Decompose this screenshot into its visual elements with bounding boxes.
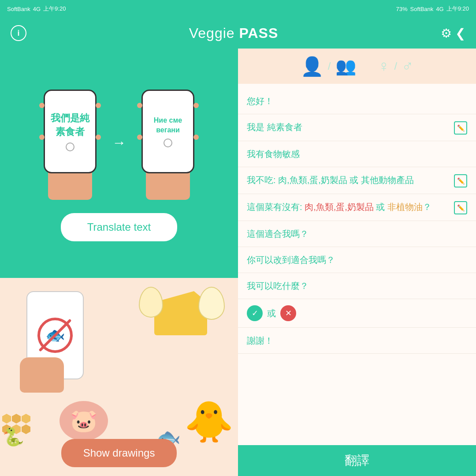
phone-ru-text: Ние сме вегани [147,116,189,135]
male-icon: ♂ [402,57,413,75]
phrase-text-8: 我可以吃什麼？ [247,279,467,292]
phrase-text-1: 您好！ [247,94,467,108]
translate-section: 我們是純素食者 → [0,49,238,278]
show-drawings-button[interactable]: Show drawings [61,439,177,467]
status-left: SoftBank 4G 上午9:20 [7,5,66,13]
header-icons: ⚙ ❮ [441,26,465,41]
status-bar: SoftBank 4G 上午9:20 73% SoftBank 4G 上午9:2… [0,0,476,18]
phrase-item-3[interactable]: 我有食物敏感 [238,141,476,167]
no-badge[interactable]: ✕ [280,305,296,321]
dot-bl2 [137,135,142,140]
dot-tr2 [193,103,199,108]
phones-illustration: 我們是純素食者 → [39,85,199,200]
phrase-text-5: 這個菜有沒有: 肉,魚類,蛋,奶製品 或 非植物油？ [247,200,450,214]
chicken-icon: 🐥 [184,399,234,445]
snake-icon: 🐍 [2,427,24,447]
main-content: 我們是純素食者 → [0,49,476,476]
back-icon[interactable]: ❮ [455,26,465,41]
phrase-text-7: 你可以改到適合我嗎？ [247,253,467,266]
no-fish-line [39,319,72,352]
phone-cn-home [66,142,74,151]
phrase-item-5[interactable]: 這個菜有沒有: 肉,魚類,蛋,奶製品 或 非植物油？ [238,194,476,221]
phrase-text-9: 謝謝！ [247,334,467,347]
phone-ru-home [164,139,172,147]
battery-right: 73% [396,6,408,12]
dot-br [96,135,101,140]
or-label: 或 [267,307,276,319]
drawings-section: 🐟 [0,278,238,476]
carrier-left: SoftBank [7,6,30,12]
phrase-orange-text-5: 非植物油 [387,202,423,212]
yes-no-row: ✓ 或 ✕ [238,299,476,328]
phrase-text-2: 我是 純素食者 [247,120,450,134]
dot-bl [39,135,45,140]
gear-icon[interactable]: ⚙ [441,26,452,41]
pig-icon: 🐷 [60,401,108,441]
title-veggie: Veggie [189,25,235,41]
food-items: 🐟 [0,278,238,450]
phrase-text-3: 我有食物敏感 [247,147,467,161]
phrase-item-7[interactable]: 你可以改到適合我嗎？ [238,247,476,273]
phrase-item-6[interactable]: 這個適合我嗎？ [238,221,476,247]
phone-ru-wrap: Ние сме вегани [137,85,199,200]
header: i Veggie PASS ⚙ ❮ [0,18,476,49]
translate-bottom-button[interactable]: 翻譯 [238,445,476,476]
info-icon[interactable]: i [11,25,26,41]
translate-text-button[interactable]: Translate text [61,213,178,241]
female-icon: ♀ [378,57,390,75]
slash1: / [328,60,331,72]
phrases-list: 您好！ 我是 純素食者 我有食物敏感 我不吃: 肉,魚類,蛋,奶製品 或 其他動… [238,84,476,445]
icons-row: 👤 / 👥 ♀ / ♂ [238,49,476,84]
dot-tl2 [137,103,142,108]
dot-tr [96,103,101,108]
translation-arrow: → [112,135,126,151]
food-illustration: 🐟 [0,278,238,450]
phone-cn: 我們是純素食者 [44,90,97,173]
network-right: 4G [436,6,443,12]
persons-group-icon: 👥 [335,56,356,76]
edit-icon-5[interactable] [454,201,467,214]
phrase-red-text-5: 肉,魚類,蛋,奶製品 [305,202,374,212]
edit-icon-2[interactable] [454,121,467,135]
carrier-right: SoftBank [410,6,434,12]
hand-phone [20,357,64,393]
egg2-icon [198,287,225,320]
network-left: 4G [33,6,41,12]
phrase-item-9[interactable]: 謝謝！ [238,328,476,354]
phone-ru: Ние сме вегани [141,90,194,173]
phrase-item-8[interactable]: 我可以吃什麼？ [238,273,476,299]
phrase-text-6: 這個適合我嗎？ [247,227,467,240]
yes-badge[interactable]: ✓ [247,305,263,321]
dot-tl [39,103,45,108]
person-single-icon: 👤 [301,56,324,77]
phrase-item-4[interactable]: 我不吃: 肉,魚類,蛋,奶製品 或 其他動物產品 [238,167,476,194]
title-pass: PASS [239,25,279,41]
time-right: 上午9:20 [446,5,469,13]
no-fish-circle: 🐟 [37,318,73,353]
app-title: Veggie PASS [189,25,279,41]
phone-cn-wrap: 我們是純素食者 [39,85,101,200]
left-panel: 我們是純素食者 → [0,49,238,476]
egg-icon [139,287,163,318]
phrase-text-4: 我不吃: 肉,魚類,蛋,奶製品 或 其他動物產品 [247,173,450,187]
slash2: / [394,60,398,72]
phrase-item-2[interactable]: 我是 純素食者 [238,114,476,141]
time-left: 上午9:20 [43,5,66,13]
right-panel: 👤 / 👥 ♀ / ♂ 您好！ 我是 純素食者 我有食物敏感 [238,49,476,476]
phrase-item-1[interactable]: 您好！ [238,88,476,114]
status-right: 73% SoftBank 4G 上午9:20 [396,5,469,13]
phone-cn-text: 我們是純素食者 [49,112,91,139]
edit-icon-4[interactable] [454,174,467,187]
dot-br2 [193,135,199,140]
